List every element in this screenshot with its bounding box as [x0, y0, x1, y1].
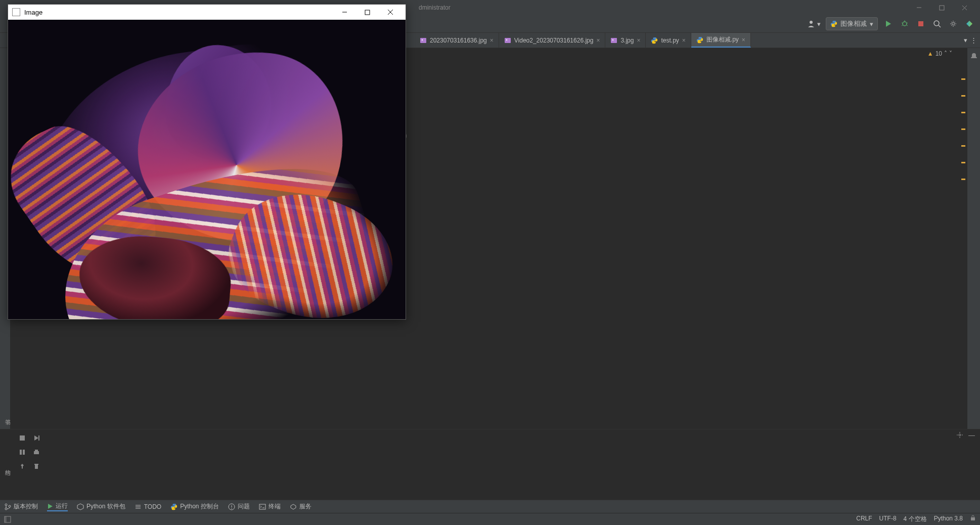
popup-maximize-button[interactable] [356, 5, 379, 19]
hide-panel-button[interactable]: — [968, 431, 975, 439]
abstract-swirl-image [8, 20, 406, 319]
step-button[interactable] [31, 432, 42, 444]
tab-image-3[interactable]: 3.jpg × [605, 33, 646, 48]
line-ending-selector[interactable]: CRLF [856, 515, 872, 523]
run-panel-button[interactable]: 运行 [47, 502, 68, 511]
python-icon [651, 37, 658, 44]
image-file-icon [610, 37, 617, 44]
bottom-toolbar: 版本控制 运行 Python 软件包 TODO Python 控制台 问题 终端 [0, 500, 980, 513]
svg-marker-16 [966, 21, 972, 27]
debug-button[interactable] [899, 18, 910, 29]
popup-minimize-button[interactable] [333, 5, 356, 19]
encoding-selector[interactable]: UTF-8 [879, 515, 897, 523]
terminal-icon [259, 503, 266, 510]
close-icon[interactable]: × [682, 37, 686, 44]
settings-button[interactable] [948, 18, 959, 29]
svg-rect-29 [34, 451, 39, 454]
right-gutter [967, 48, 980, 429]
svg-point-6 [903, 22, 907, 26]
image-window-titlebar[interactable]: Image [8, 5, 406, 20]
svg-point-13 [934, 21, 939, 26]
print-button[interactable] [31, 447, 42, 458]
svg-rect-27 [20, 450, 22, 455]
services-button[interactable]: 服务 [290, 502, 311, 511]
close-icon[interactable]: × [490, 37, 494, 44]
ide-minimize-button[interactable] [908, 0, 930, 15]
run-config-label: 图像相减 [840, 19, 867, 28]
package-icon [77, 503, 84, 510]
chevron-down-icon: ▾ [870, 20, 873, 28]
search-button[interactable] [931, 18, 943, 29]
tab-test-py[interactable]: test.py × [646, 33, 691, 48]
image-window-title: Image [24, 9, 333, 16]
list-icon [135, 503, 142, 510]
svg-rect-46 [971, 517, 975, 520]
indent-selector[interactable]: 4 个空格 [904, 515, 927, 523]
image-canvas [8, 20, 406, 319]
svg-point-4 [810, 21, 813, 24]
ide-maximize-button[interactable] [930, 0, 953, 15]
svg-point-20 [506, 39, 507, 40]
layout-button[interactable] [17, 447, 28, 458]
ide-close-button[interactable] [953, 0, 976, 15]
svg-rect-43 [259, 504, 265, 509]
services-icon [290, 503, 297, 510]
image-file-icon [504, 37, 511, 44]
close-icon[interactable]: × [742, 36, 745, 43]
run-output[interactable]: 像相减.py [0, 429, 967, 500]
tab-dropdown-button[interactable]: ▾ [964, 36, 967, 44]
popup-close-button[interactable] [379, 5, 402, 19]
delete-button[interactable] [31, 461, 42, 472]
problems-button[interactable]: 问题 [228, 502, 250, 511]
image-file-icon [420, 37, 427, 44]
window-app-icon [12, 8, 20, 16]
svg-point-33 [5, 504, 7, 506]
run-side-toolbar [17, 429, 44, 472]
python-icon [696, 36, 703, 43]
close-icon[interactable]: × [637, 37, 640, 44]
readonly-toggle[interactable] [970, 515, 976, 523]
tab-image-2[interactable]: Video2_20230703161626.jpg × [499, 33, 606, 48]
marker-stripe[interactable] [961, 78, 965, 195]
svg-marker-36 [48, 504, 53, 509]
svg-point-35 [9, 505, 11, 507]
account-button[interactable]: ▾ [807, 20, 821, 28]
tab-image-subtract-py[interactable]: 图像相减.py × [691, 33, 751, 48]
stop-button[interactable] [915, 18, 926, 29]
run-config-selector[interactable]: 图像相减 ▾ [826, 17, 878, 30]
terminal-button[interactable]: 终端 [259, 502, 281, 511]
code-with-me-button[interactable] [964, 18, 975, 29]
image-window[interactable]: Image [8, 4, 406, 320]
lock-icon [970, 515, 976, 521]
svg-point-34 [5, 508, 7, 510]
run-tool-window: — 像相减.py [0, 429, 980, 500]
svg-rect-21 [611, 38, 617, 43]
branch-icon [4, 503, 11, 510]
svg-point-18 [422, 39, 423, 40]
svg-rect-32 [34, 464, 38, 465]
status-bar: CRLF UTF-8 4 个空格 Python 3.8 [0, 513, 980, 525]
play-icon [47, 503, 53, 509]
run-button[interactable] [883, 18, 894, 29]
tab-image-1[interactable]: 20230703161636.jpg × [415, 33, 499, 48]
version-control-button[interactable]: 版本控制 [4, 502, 38, 511]
python-icon [830, 20, 837, 27]
notifications-button[interactable] [970, 52, 978, 60]
tool-windows-button[interactable] [4, 516, 11, 523]
python-packages-button[interactable]: Python 软件包 [77, 502, 125, 511]
svg-rect-1 [940, 6, 944, 10]
todo-button[interactable]: TODO [135, 503, 161, 510]
svg-point-15 [952, 23, 955, 25]
svg-rect-19 [505, 38, 511, 43]
close-icon[interactable]: × [596, 37, 600, 44]
tab-more-button[interactable]: ⋮ [970, 36, 977, 44]
svg-marker-25 [34, 435, 38, 441]
user-icon [807, 20, 815, 28]
svg-rect-30 [35, 450, 38, 451]
python-console-button[interactable]: Python 控制台 [170, 502, 219, 511]
svg-rect-48 [365, 10, 370, 15]
rerun-button[interactable] [17, 432, 28, 444]
interpreter-selector[interactable]: Python 3.8 [934, 515, 963, 523]
pin-button[interactable] [17, 461, 28, 472]
svg-rect-31 [35, 465, 38, 469]
